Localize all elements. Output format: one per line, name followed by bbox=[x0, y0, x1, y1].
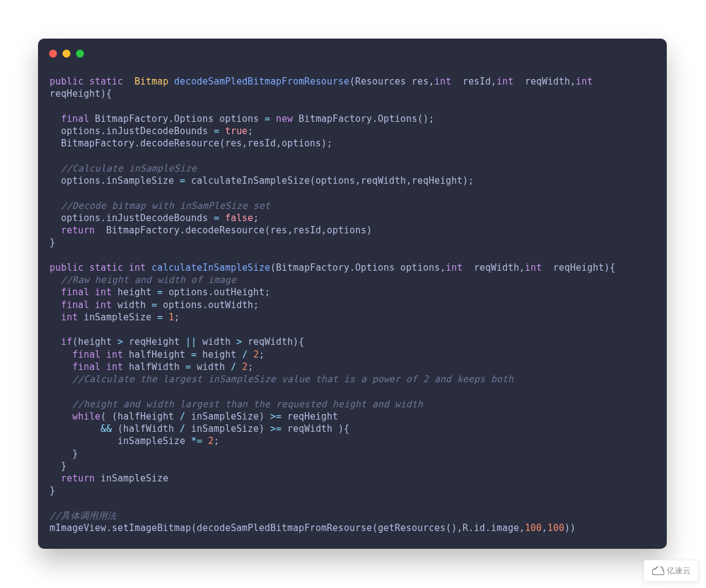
code-token: ; bbox=[253, 213, 259, 224]
code-token: reqWidth ){ bbox=[282, 423, 350, 434]
code-token bbox=[237, 361, 242, 372]
code-token: BitmapFactory.Options options bbox=[89, 113, 265, 124]
code-token: = bbox=[214, 126, 219, 137]
code-token: int bbox=[106, 349, 123, 360]
code-token: //Calculate the largest inSampleSize val… bbox=[72, 374, 514, 385]
code-token bbox=[50, 225, 61, 236]
code-token bbox=[50, 423, 101, 434]
code-token: height bbox=[197, 349, 242, 360]
code-token: options.inJustDecodeBounds bbox=[50, 213, 214, 224]
code-token: 2 bbox=[242, 361, 248, 372]
code-token bbox=[50, 113, 61, 124]
code-token: >= bbox=[270, 423, 281, 434]
code-token bbox=[123, 76, 134, 87]
code-token bbox=[50, 200, 61, 211]
code-token bbox=[50, 473, 61, 484]
code-token: BitmapFactory.decodeResource(res,resId,o… bbox=[50, 225, 372, 248]
code-token: //height and width largest than the requ… bbox=[72, 399, 423, 410]
code-token bbox=[50, 349, 72, 360]
page-root: public static Bitmap decodeSamPledBitmap… bbox=[0, 0, 706, 588]
code-token: inSampleSize) bbox=[186, 411, 270, 422]
code-token: int bbox=[576, 76, 593, 87]
code-token: = bbox=[191, 349, 197, 360]
code-token bbox=[219, 126, 225, 137]
code-token: int bbox=[106, 361, 123, 372]
code-token: final bbox=[61, 300, 89, 311]
code-token: int bbox=[446, 262, 463, 273]
watermark-text: 亿速云 bbox=[667, 565, 691, 576]
code-token: 100 bbox=[525, 522, 542, 533]
close-icon[interactable] bbox=[49, 50, 57, 58]
code-token: width bbox=[197, 336, 237, 347]
code-token: 2 bbox=[253, 349, 259, 360]
code-token: reqHeight bbox=[282, 411, 338, 422]
code-token bbox=[146, 262, 151, 273]
code-token: new bbox=[276, 113, 293, 124]
code-token: //具体调用用法 bbox=[50, 510, 117, 521]
code-token: / bbox=[230, 361, 236, 372]
code-token bbox=[101, 361, 106, 372]
code-token: //Raw height and width of image bbox=[61, 274, 236, 285]
code-token bbox=[50, 374, 72, 385]
code-token: *= bbox=[191, 435, 202, 447]
code-token: (halfWidth bbox=[112, 423, 180, 434]
code-token: / bbox=[242, 349, 248, 360]
code-token: width bbox=[112, 300, 152, 311]
code-token: int bbox=[95, 287, 112, 298]
code-token: = bbox=[180, 175, 185, 186]
code-token: ; bbox=[214, 435, 219, 447]
code-token: public bbox=[50, 76, 83, 87]
code-token: decodeSamPledBitmapFromResourse bbox=[174, 76, 349, 87]
code-token: final bbox=[61, 287, 89, 298]
code-block: public static Bitmap decodeSamPledBitmap… bbox=[50, 75, 655, 534]
code-token: BitmapFactory.Options(); bbox=[293, 113, 435, 124]
code-token: true bbox=[225, 126, 248, 137]
window-controls bbox=[49, 50, 84, 58]
code-token: mImageView.setImageBitmap(decodeSamPledB… bbox=[50, 522, 525, 533]
code-token: 100 bbox=[547, 522, 564, 533]
code-token: int bbox=[129, 262, 146, 273]
code-token: ; bbox=[259, 349, 265, 360]
code-token: } bbox=[50, 461, 67, 472]
code-token: / bbox=[180, 411, 185, 422]
code-token: options.outWidth; bbox=[157, 300, 259, 311]
code-token bbox=[163, 312, 169, 323]
code-token bbox=[89, 300, 95, 311]
code-token bbox=[50, 411, 72, 422]
code-token bbox=[50, 399, 72, 410]
watermark-badge: 亿速云 bbox=[643, 560, 699, 582]
code-token bbox=[50, 287, 61, 298]
code-token: ; bbox=[174, 312, 180, 323]
code-token: halfHeight bbox=[123, 349, 191, 360]
code-token: return bbox=[61, 473, 94, 484]
code-token bbox=[50, 336, 61, 347]
code-token: 2 bbox=[208, 435, 213, 447]
code-token: BitmapFactory.decodeResource(res,resId,o… bbox=[50, 138, 333, 149]
code-token: (BitmapFactory.Options options, bbox=[270, 262, 446, 273]
code-token: (height bbox=[72, 336, 118, 347]
code-token: calculateInSampleSize bbox=[151, 262, 270, 273]
code-token: = bbox=[186, 361, 191, 372]
code-token: return bbox=[61, 225, 94, 236]
code-token: / bbox=[180, 423, 185, 434]
code-token bbox=[219, 213, 225, 224]
code-token: (Resources res, bbox=[349, 76, 434, 87]
minimize-icon[interactable] bbox=[63, 50, 70, 58]
code-token: ; bbox=[248, 361, 253, 372]
code-token: public bbox=[50, 262, 83, 273]
code-token: reqHeight){ bbox=[542, 262, 615, 273]
code-token: Bitmap bbox=[134, 76, 168, 87]
code-token: options.outHeight; bbox=[163, 287, 270, 298]
code-token: options.inSampleSize bbox=[50, 175, 180, 186]
code-token bbox=[50, 312, 61, 323]
code-token: = bbox=[157, 312, 162, 323]
maximize-icon[interactable] bbox=[76, 50, 84, 58]
code-token bbox=[101, 349, 106, 360]
code-token: final bbox=[61, 113, 89, 124]
code-token bbox=[50, 361, 72, 372]
code-token bbox=[270, 113, 276, 124]
code-token bbox=[248, 349, 253, 360]
code-card: public static Bitmap decodeSamPledBitmap… bbox=[38, 39, 667, 549]
code-token bbox=[50, 274, 61, 285]
code-token bbox=[89, 287, 95, 298]
